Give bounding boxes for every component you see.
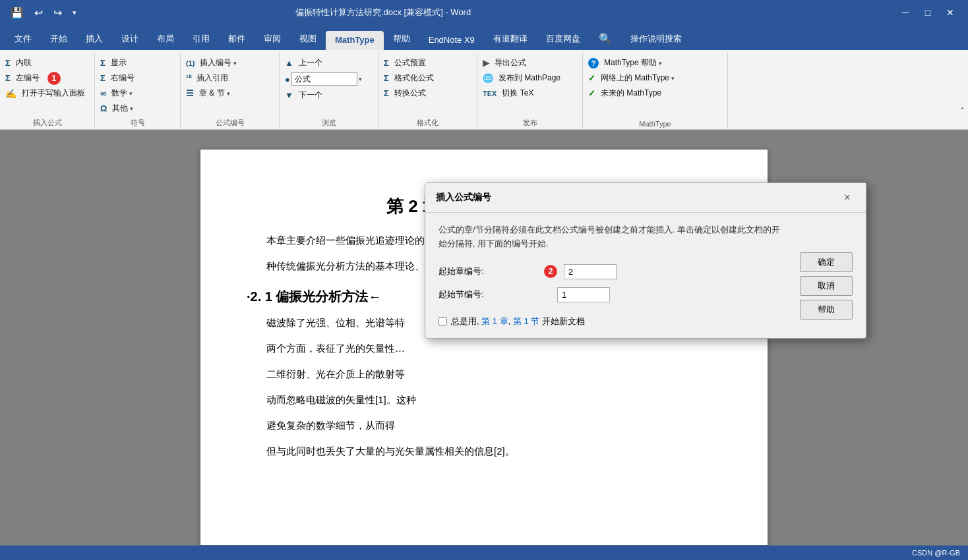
chapter-number-input[interactable] — [564, 264, 617, 279]
section-link[interactable]: 第 1 节 — [513, 316, 539, 326]
dialog-overlay: 插入公式编号 × 公式的章/节分隔符必须在此文档公式编号被创建之前才能插入. 单… — [200, 150, 768, 545]
customize-quick-access-icon[interactable]: ▾ — [70, 6, 79, 20]
tab-file[interactable]: 文件 — [5, 29, 41, 50]
always-use-checkbox[interactable] — [439, 317, 447, 325]
window-controls: ─ □ ✕ — [895, 3, 960, 22]
dialog-body: 公式的章/节分隔符必须在此文档公式编号被创建之前才能插入. 单击确定以创建此文档… — [425, 213, 866, 338]
other-icon: Ω — [100, 103, 107, 113]
tab-layout[interactable]: 布局 — [148, 29, 183, 50]
content-area: ■ 第 2 章 偏振光追迹的基础 本章主要介绍一些偏振光追迹理论的基础知识和关键… — [0, 130, 968, 546]
math-dropdown-button[interactable]: 数学 ▾ — [107, 86, 136, 100]
section-number-input[interactable] — [557, 287, 610, 302]
mathtype-online-button[interactable]: 网络上的 MathType ▾ — [597, 71, 679, 85]
right-number-button[interactable]: 右编号 — [107, 71, 138, 85]
tab-search-icon[interactable]: 🔍 — [590, 28, 621, 50]
export-formula-icon: ▶ — [483, 58, 489, 68]
window-title: 偏振特性计算方法研究.docx [兼容模式] - Word — [295, 7, 471, 18]
switch-tex-icon: TEX — [483, 90, 497, 98]
tab-insert[interactable]: 插入 — [76, 29, 112, 50]
group-label-browse: 浏览 — [322, 118, 336, 128]
insert-ref-icon: ¹⁶ — [186, 74, 191, 82]
chapter-number-label: 起始章编号: — [439, 266, 498, 277]
handwrite-button[interactable]: 打开手写输入面板 — [18, 86, 89, 100]
chapter-section-button[interactable]: 章 & 节 ▾ — [195, 86, 234, 100]
dialog-cancel-button[interactable]: 取消 — [800, 276, 853, 296]
chapter-section-icon: ☰ — [186, 88, 194, 98]
group-label-format: 格式化 — [417, 118, 439, 128]
convert-formula-button[interactable]: 转换公式 — [390, 86, 430, 100]
dialog-ok-button[interactable]: 确定 — [800, 252, 853, 272]
display-button[interactable]: 显示 — [107, 56, 131, 70]
formula-preset-button[interactable]: 公式预置 — [390, 56, 430, 70]
mathtype-future-button[interactable]: 未来的 MathType — [597, 86, 665, 100]
left-num-icon: Σ — [5, 73, 11, 83]
insert-reference-button[interactable]: 插入引用 — [193, 71, 232, 85]
title-bar: 💾 ↩ ↪ ▾ 偏振特性计算方法研究.docx [兼容模式] - Word ─ … — [0, 0, 968, 25]
format-formula-icon: Σ — [384, 73, 389, 83]
left-number-button[interactable]: 左编号 — [12, 71, 44, 85]
dialog-help-button[interactable]: 帮助 — [800, 300, 853, 320]
next-button[interactable]: 下一个 — [295, 88, 326, 102]
group-label-mathtype: MathType — [639, 120, 671, 128]
tab-search-label[interactable]: 操作说明搜索 — [621, 29, 691, 50]
export-formula-button[interactable]: 导出公式 — [491, 56, 530, 70]
display-icon: Σ — [100, 58, 106, 68]
prev-button[interactable]: 上一个 — [295, 56, 326, 70]
insert-num-icon: (1) — [186, 59, 195, 67]
always-use-label: 总是用, 第 1 章, 第 1 节 开始新文档 — [451, 316, 585, 327]
chapter-link[interactable]: 第 1 章 — [481, 316, 508, 326]
close-button[interactable]: ✕ — [940, 3, 960, 22]
dialog-buttons: 确定 取消 帮助 — [800, 252, 853, 320]
formula-browse-input[interactable] — [291, 72, 357, 86]
minimize-button[interactable]: ─ — [895, 3, 915, 22]
maximize-button[interactable]: □ — [918, 3, 938, 22]
document-scroll: ■ 第 2 章 偏振光追迹的基础 本章主要介绍一些偏振光追迹理论的基础知识和关键… — [0, 130, 968, 546]
group-label-symbols: 符号 — [131, 118, 145, 128]
document-page: ■ 第 2 章 偏振光追迹的基础 本章主要介绍一些偏振光追迹理论的基础知识和关键… — [200, 150, 768, 545]
prev-icon: ▲ — [285, 58, 293, 68]
dialog-title-bar: 插入公式编号 × — [425, 183, 866, 213]
publish-mathpage-button[interactable]: 发布到 MathPage — [495, 71, 564, 85]
tab-mailings[interactable]: 邮件 — [219, 29, 255, 50]
tab-mathtype[interactable]: MathType — [326, 31, 384, 50]
ribbon-group-symbols: Σ 显示 Σ 右编号 ∞ 数学 ▾ Ω 其他 ▾ 符号 — [95, 53, 181, 129]
status-bar: CSDN @R-GB — [0, 546, 968, 560]
section-number-row: 起始节编号: — [439, 287, 853, 302]
save-icon[interactable]: 💾 — [8, 4, 26, 22]
tab-help[interactable]: 帮助 — [384, 29, 419, 50]
dialog-message: 公式的章/节分隔符必须在此文档公式编号被创建之前才能插入. 单击确定以创建此文档… — [439, 223, 853, 251]
other-dropdown-button[interactable]: 其他 ▾ — [108, 101, 137, 115]
tab-baidu[interactable]: 百度网盘 — [537, 29, 590, 50]
tab-review[interactable]: 审阅 — [255, 29, 290, 50]
ribbon-group-mathtype: ? MathType 帮助 ▾ ✓ 网络上的 MathType ▾ ✓ 未来的 … — [583, 53, 728, 129]
inline-icon: Σ — [5, 58, 11, 68]
tab-references[interactable]: 引用 — [183, 29, 219, 50]
redo-icon[interactable]: ↪ — [51, 4, 65, 22]
format-formula-button[interactable]: 格式化公式 — [390, 71, 438, 85]
dialog-form: 起始章编号: 2 起始节编号: — [439, 264, 853, 327]
mathtype-help-icon: ? — [588, 58, 599, 69]
ribbon-content: Σ 内联 Σ 左编号 1 ✍ 打开手写输入面板 插入公式 Σ 显示 Σ 右编号 — [0, 50, 968, 130]
group-label-insert: 插入公式 — [33, 118, 62, 128]
tab-youdao[interactable]: 有道翻译 — [484, 29, 537, 50]
mathtype-help-button[interactable]: MathType 帮助 ▾ — [600, 56, 666, 70]
tab-view[interactable]: 视图 — [290, 29, 326, 50]
mathtype-future-icon: ✓ — [588, 88, 595, 98]
section-number-label: 起始节编号: — [439, 289, 498, 300]
inline-button[interactable]: 内联 — [12, 56, 36, 70]
group-label-publish: 发布 — [523, 118, 537, 128]
dialog-title: 插入公式编号 — [436, 192, 491, 204]
browse-dropdown-arrow[interactable]: ▾ — [359, 76, 362, 82]
ribbon-expand-button[interactable]: ⌃ — [957, 103, 968, 117]
undo-icon[interactable]: ↩ — [32, 4, 45, 22]
ribbon-tab-bar: 文件 开始 插入 设计 布局 引用 邮件 审阅 视图 MathType 帮助 E… — [0, 25, 968, 50]
ribbon-group-insert-formula: Σ 内联 Σ 左编号 1 ✍ 打开手写输入面板 插入公式 — [0, 53, 95, 129]
tab-home[interactable]: 开始 — [41, 29, 76, 50]
dialog-close-button[interactable]: × — [839, 190, 855, 206]
tab-design[interactable]: 设计 — [112, 29, 148, 50]
tab-endnote[interactable]: EndNote X9 — [419, 31, 484, 50]
insert-number-button[interactable]: 插入编号 ▾ — [196, 56, 241, 70]
switch-tex-button[interactable]: 切换 TeX — [498, 86, 537, 100]
always-use-row: 总是用, 第 1 章, 第 1 节 开始新文档 — [439, 316, 853, 327]
insert-formula-number-dialog: 插入公式编号 × 公式的章/节分隔符必须在此文档公式编号被创建之前才能插入. 单… — [425, 182, 866, 339]
